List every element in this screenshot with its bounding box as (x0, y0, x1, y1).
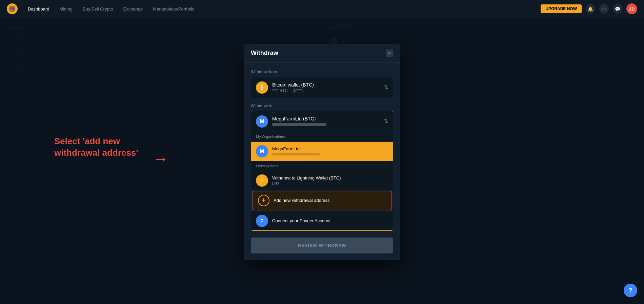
my-organizations-label: My Organizations (251, 132, 393, 141)
withdraw-to-label: Withdraw to (251, 103, 393, 108)
withdraw-modal: Withdraw × Withdraw from ₿ Bitcoin walle… (244, 44, 400, 260)
org-address-blur (272, 153, 320, 155)
org-item-info: MegaFarmLtd (272, 146, 320, 156)
add-withdrawal-address-option[interactable]: + Add new withdrawal address (253, 191, 391, 210)
withdraw-from-label: Withdraw from (251, 70, 393, 74)
selected-org-name: MegaFarmLtd (BTC) (272, 116, 326, 121)
help-button[interactable]: ? (624, 284, 637, 297)
review-withdraw-button[interactable]: REVIEW WITHDRAW (251, 238, 393, 253)
withdraw-to-header[interactable]: M MegaFarmLtd (BTC) ⇅ (251, 111, 393, 132)
payeer-info: Connect your Payeer Account (272, 218, 330, 223)
withdraw-from-selector[interactable]: ₿ Bitcoin wallet (BTC) **** BTC = (€****… (251, 77, 393, 98)
modal-backdrop: Withdraw × Withdraw from ₿ Bitcoin walle… (0, 0, 644, 304)
modal-body: Withdraw from ₿ Bitcoin wallet (BTC) ***… (244, 63, 400, 260)
org-item-address (272, 152, 320, 156)
address-blur (272, 123, 326, 126)
wallet-name: Bitcoin wallet (BTC) (272, 82, 314, 88)
modal-close-button[interactable]: × (386, 50, 393, 57)
payeer-option[interactable]: P Connect your Payeer Account (251, 211, 393, 230)
selected-org-info: MegaFarmLtd (BTC) (272, 116, 326, 127)
modal-title: Withdraw (251, 50, 278, 57)
withdraw-to-container: M MegaFarmLtd (BTC) ⇅ My Organizations M (251, 111, 393, 231)
org-item-megafarm[interactable]: M MegaFarmLtd (251, 141, 393, 161)
add-icon: + (258, 195, 269, 206)
other-options-label: Other options (251, 161, 393, 171)
payeer-name: Connect your Payeer Account (272, 218, 330, 223)
wallet-info: Bitcoin wallet (BTC) **** BTC = (€****) (272, 82, 314, 93)
wallet-selector-arrow-icon: ⇅ (384, 84, 388, 91)
btc-icon: ₿ (256, 81, 268, 94)
org-item-name: MegaFarmLtd (272, 146, 320, 151)
selected-org-address (272, 122, 326, 127)
org-m-icon: M (256, 145, 268, 157)
lightning-name: Withdraw to Lightning Wallet (BTC) (272, 175, 341, 180)
lightning-info: Withdraw to Lightning Wallet (BTC) LNX (272, 175, 341, 185)
add-new-info: Add new withdrawal address (274, 198, 329, 203)
payeer-icon: P (256, 215, 268, 227)
lightning-wallet-option[interactable]: ⚡ Withdraw to Lightning Wallet (BTC) LNX (251, 171, 393, 190)
lightning-icon: ⚡ (256, 174, 268, 187)
withdraw-to-arrow-icon: ⇅ (384, 118, 388, 125)
wallet-balance: **** BTC = (€****) (272, 88, 314, 93)
add-new-name: Add new withdrawal address (274, 198, 329, 203)
lightning-sub: LNX (272, 181, 341, 185)
modal-header: Withdraw × (244, 44, 400, 63)
org-icon-selected: M (256, 115, 268, 128)
